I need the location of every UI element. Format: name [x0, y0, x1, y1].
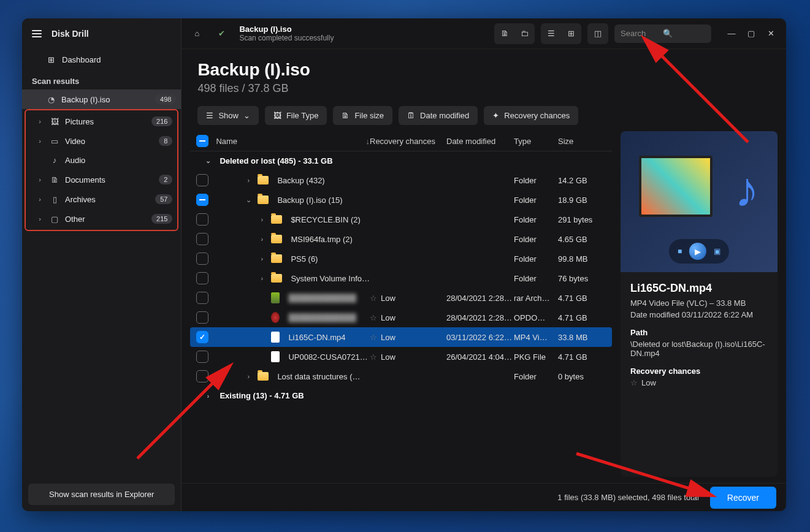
row-size: 0 bytes: [558, 372, 606, 381]
row-checkbox[interactable]: [196, 292, 208, 304]
sidebar-cat-pictures[interactable]: › 🖼 Pictures 216: [26, 112, 177, 131]
table-row[interactable]: › Lost data structures (… Folder 0 bytes: [190, 367, 612, 386]
table-row[interactable]: ████████████ ☆Low 28/04/2021 2:28… rar A…: [190, 288, 612, 308]
show-in-explorer-button[interactable]: Show scan results in Explorer: [28, 484, 175, 505]
row-chevron[interactable]: ⌄: [243, 196, 254, 204]
table-row[interactable]: › $RECYCLE.BIN (2) Folder 291 bytes: [190, 210, 612, 229]
row-type: Folder: [514, 235, 558, 244]
row-chevron[interactable]: ›: [256, 216, 267, 223]
row-filename: PS5 (6): [291, 254, 370, 264]
recover-button[interactable]: Recover: [710, 487, 776, 509]
row-chevron[interactable]: ›: [256, 275, 267, 282]
table-row[interactable]: › Backup (432) Folder 14.2 GB: [190, 170, 612, 190]
row-name-cell: › System Volume Info…: [208, 274, 370, 283]
row-recovery: ☆Low: [370, 352, 446, 362]
cat-label: Pictures: [65, 117, 147, 126]
column-name[interactable]: Name↓: [208, 137, 370, 146]
row-date: 26/04/2021 4:04…: [446, 352, 514, 362]
fullscreen-icon[interactable]: ▣: [714, 247, 720, 256]
folder-view-icon[interactable]: 🗀: [515, 25, 533, 43]
preview-details: Li165C-DN.mp4 MP4 Video File (VLC) – 33.…: [621, 272, 778, 400]
home-icon[interactable]: ⌂: [188, 25, 206, 43]
opera-icon: [271, 312, 280, 323]
table-row[interactable]: › System Volume Info… Folder 76 bytes: [190, 268, 612, 288]
sidebar-cat-documents[interactable]: › 🗎 Documents 2: [26, 170, 177, 189]
show-filter[interactable]: ☰Show⌄: [197, 106, 259, 125]
row-checkbox[interactable]: [196, 174, 208, 186]
sidebar-cat-other[interactable]: › ▢ Other 215: [26, 209, 177, 229]
row-type: Folder: [514, 196, 558, 205]
sidebar-cat-archives[interactable]: › ▯ Archives 57: [26, 189, 177, 209]
maximize-button[interactable]: ▢: [742, 25, 760, 43]
doc-view-icon[interactable]: 🗎: [495, 25, 514, 43]
date-modified-filter[interactable]: 🗓Date modified: [399, 106, 478, 125]
sidebar-cat-audio[interactable]: ♪ Audio: [26, 151, 177, 170]
star-icon: ☆: [370, 333, 377, 342]
file-size-filter[interactable]: 🗎File size: [333, 106, 392, 125]
row-type: PKG File: [514, 352, 558, 362]
row-name-cell: UP0082-CUSA0721…: [208, 351, 370, 362]
group-existing[interactable]: › Existing (13) - 4.71 GB: [190, 386, 612, 405]
row-checkbox[interactable]: [196, 253, 208, 265]
stop-icon[interactable]: ■: [678, 247, 682, 256]
close-button[interactable]: ✕: [762, 25, 780, 43]
row-name-cell: › $RECYCLE.BIN (2): [208, 215, 370, 224]
preview-pane-icon[interactable]: ◫: [589, 25, 607, 43]
row-chevron[interactable]: ›: [243, 373, 254, 380]
row-checkbox[interactable]: [196, 370, 208, 382]
star-icon: ☆: [370, 294, 377, 303]
table-row[interactable]: UP0082-CUSA0721… ☆Low 26/04/2021 4:04… P…: [190, 347, 612, 367]
row-size: 4.71 GB: [558, 352, 606, 362]
cat-label: Other: [65, 215, 147, 224]
menu-icon[interactable]: [32, 30, 42, 37]
cat-icon: ▯: [49, 195, 60, 204]
file-type-filter[interactable]: 🖼File Type: [265, 106, 327, 125]
column-type[interactable]: Type: [514, 137, 558, 146]
column-size[interactable]: Size: [558, 137, 606, 146]
recovery-chances-filter[interactable]: ✦Recovery chances: [484, 106, 578, 125]
search-icon: 🔍: [663, 29, 705, 38]
row-checkbox[interactable]: [196, 233, 208, 245]
grid-view-icon[interactable]: ⊞: [562, 25, 580, 43]
page-header: Backup (I).iso 498 files / 37.8 GB: [181, 49, 786, 101]
table-row[interactable]: ⌄ Backup (I).iso (15) Folder 18.9 GB: [190, 190, 612, 210]
sidebar-root-backup[interactable]: ◔ Backup (I).iso 498: [22, 89, 181, 109]
row-checkbox[interactable]: [196, 213, 208, 226]
chevron-right-icon: ›: [36, 176, 44, 183]
page-subtitle: 498 files / 37.8 GB: [197, 82, 770, 95]
table-row[interactable]: › MSI964fa.tmp (2) Folder 4.65 GB: [190, 229, 612, 249]
row-checkbox[interactable]: [196, 272, 208, 284]
minimize-button[interactable]: —: [722, 25, 741, 43]
row-name-cell: ⌄ Backup (I).iso (15): [208, 196, 370, 205]
image-icon: 🖼: [273, 111, 281, 120]
row-chevron[interactable]: ›: [243, 177, 254, 184]
row-checkbox[interactable]: [196, 331, 208, 343]
search-input[interactable]: Search 🔍: [614, 25, 711, 43]
select-all-checkbox[interactable]: [196, 135, 208, 147]
row-filename: MSI964fa.tmp (2): [291, 235, 370, 244]
sidebar-item-dashboard[interactable]: ⊞ Dashboard: [22, 49, 181, 70]
row-chevron[interactable]: ›: [256, 235, 267, 243]
group-deleted[interactable]: ⌄ Deleted or lost (485) - 33.1 GB: [190, 151, 612, 170]
row-filename: $RECYCLE.BIN (2): [291, 215, 370, 224]
play-button[interactable]: ▶: [689, 243, 706, 260]
title-block: Backup (I).iso Scan completed successful…: [239, 25, 334, 42]
row-filename: Lost data structures (…: [277, 372, 370, 381]
row-checkbox[interactable]: [196, 194, 208, 206]
column-date[interactable]: Date modified: [446, 137, 514, 146]
list-view-icon[interactable]: ☰: [542, 25, 560, 43]
sidebar-cat-video[interactable]: › ▭ Video 8: [26, 131, 177, 151]
table-row[interactable]: ████████████ ☆Low 28/04/2021 2:28… OPDO……: [190, 308, 612, 327]
row-checkbox[interactable]: [196, 311, 208, 324]
table-row[interactable]: › PS5 (6) Folder 99.8 MB: [190, 249, 612, 268]
table-row[interactable]: Li165C-DN.mp4 ☆Low 03/11/2022 6:22… MP4 …: [190, 327, 612, 347]
root-count: 498: [155, 94, 176, 104]
row-checkbox[interactable]: [196, 351, 208, 363]
row-size: 4.65 GB: [558, 235, 606, 244]
player-controls: ■ ▶ ▣: [669, 239, 729, 264]
recovery-label: Recovery chances: [630, 367, 768, 376]
column-recovery[interactable]: Recovery chances: [370, 137, 446, 146]
row-chevron[interactable]: ›: [256, 255, 267, 262]
cat-label: Archives: [65, 195, 150, 204]
row-type: Folder: [514, 274, 558, 283]
